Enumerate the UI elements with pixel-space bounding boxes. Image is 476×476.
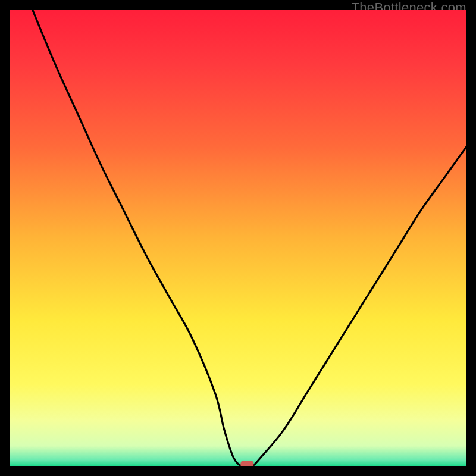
gradient-background — [10, 10, 466, 466]
optimum-marker — [240, 461, 253, 466]
chart-frame — [10, 10, 466, 466]
bottleneck-chart — [10, 10, 466, 466]
